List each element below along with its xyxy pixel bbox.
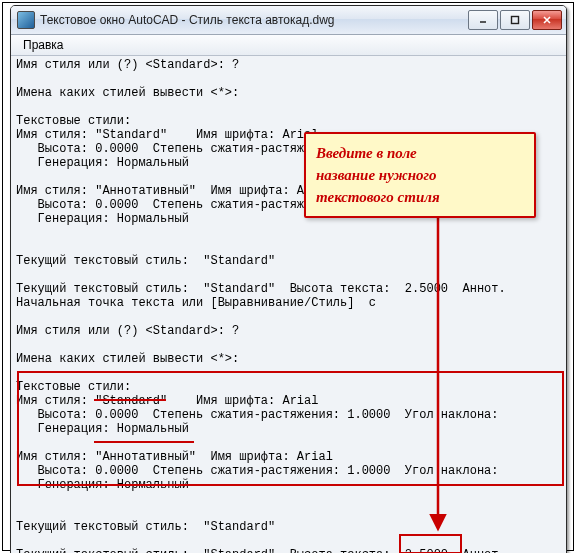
menubar: Правка [11,35,566,56]
maximize-button[interactable] [500,10,530,30]
titlebar[interactable]: Текстовое окно AutoCAD - Стиль текста ав… [11,6,566,35]
menu-edit[interactable]: Правка [17,37,70,53]
close-button[interactable] [532,10,562,30]
callout-line: Введите в поле [316,142,524,164]
svg-rect-1 [512,17,519,24]
callout-line: название нужного [316,164,524,186]
app-icon [17,11,35,29]
window-title: Текстовое окно AutoCAD - Стиль текста ав… [40,13,466,27]
autocad-text-window: Текстовое окно AutoCAD - Стиль текста ав… [10,5,567,553]
callout-line: текстового стиля [316,186,524,208]
annotation-callout: Введите в поле название нужного текстово… [304,132,536,218]
minimize-button[interactable] [468,10,498,30]
